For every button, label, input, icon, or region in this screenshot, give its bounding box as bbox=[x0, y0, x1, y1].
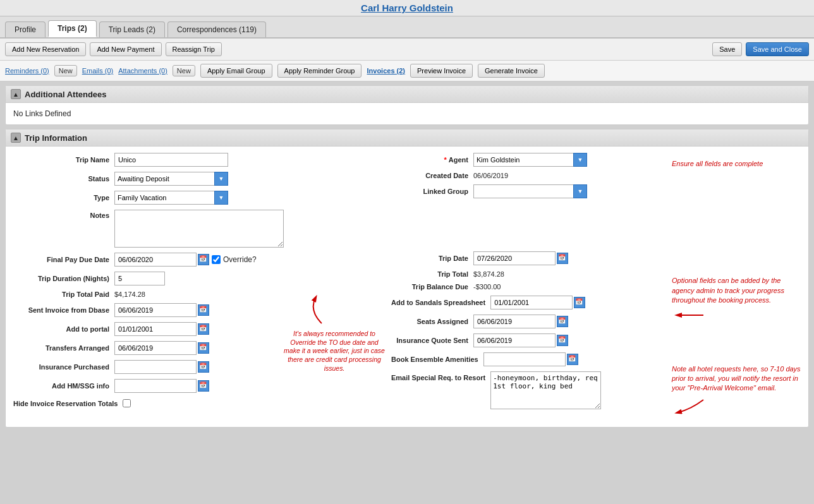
sent-invoice-input[interactable] bbox=[114, 303, 197, 317]
agent-select[interactable]: Kim Goldstein bbox=[473, 153, 587, 167]
trip-duration-label: Trip Duration (Nights) bbox=[13, 275, 114, 282]
final-pay-input[interactable] bbox=[114, 253, 197, 267]
trip-date-input[interactable] bbox=[473, 251, 556, 265]
final-pay-row: Final Pay Due Date Override? bbox=[13, 253, 284, 267]
header-bar: Carl Harry Goldstein bbox=[0, 0, 814, 16]
hide-invoice-checkbox[interactable] bbox=[123, 399, 131, 407]
additional-attendees-section: ▲ Additional Attendees No Links Defined bbox=[5, 85, 809, 125]
tabs-bar: Profile Trips (2) Trip Leads (2) Corresp… bbox=[0, 16, 814, 39]
add-portal-row: Add to portal bbox=[13, 322, 284, 336]
book-ensemble-label: Book Ensemble Amenities bbox=[391, 356, 483, 363]
toolbar-right: Save Save and Close bbox=[712, 42, 809, 56]
apply-email-group-button[interactable]: Apply Email Group bbox=[200, 64, 272, 78]
insurance-sent-input[interactable] bbox=[473, 333, 556, 347]
add-portal-calendar-icon[interactable] bbox=[198, 323, 209, 335]
tab-profile[interactable]: Profile bbox=[5, 21, 46, 37]
sent-invoice-calendar-icon[interactable] bbox=[198, 304, 209, 316]
insurance-purchased-label: Insurance Purchased bbox=[13, 363, 114, 371]
save-close-button[interactable]: Save and Close bbox=[746, 42, 809, 56]
optional-arrow bbox=[672, 306, 710, 325]
linked-group-select-wrapper bbox=[473, 184, 587, 198]
book-ensemble-row: Book Ensemble Amenities bbox=[391, 352, 662, 366]
add-payment-button[interactable]: Add New Payment bbox=[90, 42, 161, 56]
client-name[interactable]: Carl Harry Goldstein bbox=[361, 3, 453, 16]
add-reservation-button[interactable]: Add New Reservation bbox=[5, 42, 86, 56]
type-select[interactable]: Family Vacation bbox=[114, 191, 228, 205]
trip-total-paid-row: Trip Total Paid $4,174.28 bbox=[13, 291, 284, 298]
status-select[interactable]: Awaiting Deposit bbox=[114, 172, 228, 186]
add-hm-input[interactable] bbox=[114, 379, 197, 393]
additional-attendees-title: Additional Attendees bbox=[25, 90, 107, 99]
seats-assigned-calendar-icon[interactable] bbox=[557, 316, 568, 327]
insurance-sent-label: Insurance Quote Sent bbox=[391, 337, 473, 344]
trip-duration-row: Trip Duration (Nights) bbox=[13, 272, 284, 285]
status-label: Status bbox=[13, 175, 114, 183]
hotel-requests-annotation-container: Note all hotel requests here, so 7-10 da… bbox=[672, 364, 801, 421]
invoices-link[interactable]: Invoices (2) bbox=[367, 67, 405, 75]
trip-name-label: Trip Name bbox=[13, 156, 114, 164]
additional-attendees-header: ▲ Additional Attendees bbox=[6, 86, 808, 103]
trip-total-paid-value: $4,174.28 bbox=[114, 291, 145, 298]
notes-textarea[interactable] bbox=[114, 210, 284, 248]
linked-group-select[interactable] bbox=[473, 184, 587, 198]
attachments-new[interactable]: New bbox=[173, 65, 195, 76]
notes-label: Notes bbox=[13, 210, 114, 219]
final-pay-calendar-icon[interactable] bbox=[198, 254, 209, 265]
trip-information-title: Trip Information bbox=[25, 133, 87, 143]
main-wrapper: Carl Harry Goldstein Profile Trips (2) T… bbox=[0, 0, 814, 504]
seats-assigned-row: Seats Assigned bbox=[391, 315, 662, 328]
insurance-sent-calendar-icon[interactable] bbox=[557, 335, 568, 346]
reminders-new[interactable]: New bbox=[54, 65, 77, 76]
agent-select-wrapper: Kim Goldstein bbox=[473, 153, 587, 167]
seats-assigned-label: Seats Assigned bbox=[391, 318, 473, 325]
trip-date-row: Trip Date bbox=[391, 251, 662, 265]
generate-invoice-button[interactable]: Generate Invoice bbox=[478, 64, 545, 78]
override-checkbox[interactable] bbox=[212, 255, 221, 264]
collapse-attendees-icon[interactable]: ▲ bbox=[11, 89, 21, 99]
reminders-link[interactable]: Reminders (0) bbox=[5, 67, 49, 75]
add-portal-input[interactable] bbox=[114, 322, 197, 336]
trip-name-row: Trip Name bbox=[13, 153, 284, 167]
add-sandals-label: Add to Sandals Spreadsheet bbox=[391, 298, 490, 307]
hotel-arrow bbox=[672, 393, 710, 419]
right-annotations: Ensure all fields are complete Optional … bbox=[662, 153, 801, 421]
save-button[interactable]: Save bbox=[712, 42, 742, 56]
trip-name-input[interactable] bbox=[114, 153, 228, 167]
hide-invoice-row: Hide Invoice Reservation Totals bbox=[13, 398, 284, 408]
seats-assigned-input[interactable] bbox=[473, 315, 556, 328]
add-sandals-calendar-icon[interactable] bbox=[574, 297, 585, 308]
trip-information-body: Trip Name Status Awaiting Deposit bbox=[6, 147, 808, 427]
trip-duration-input[interactable] bbox=[114, 272, 165, 285]
book-ensemble-input[interactable] bbox=[483, 352, 566, 366]
override-label: Override? bbox=[223, 255, 257, 264]
tab-correspondences[interactable]: Correspondences (119) bbox=[167, 21, 266, 37]
transfers-calendar-icon[interactable] bbox=[198, 342, 209, 354]
attachments-link[interactable]: Attachments (0) bbox=[118, 67, 167, 75]
preview-invoice-button[interactable]: Preview Invoice bbox=[410, 64, 473, 78]
insurance-purchased-calendar-icon[interactable] bbox=[198, 361, 209, 373]
optional-fields-annotation-container: Optional fields can be added by the agen… bbox=[672, 276, 801, 326]
reassign-trip-button[interactable]: Reassign Trip bbox=[166, 42, 222, 56]
optional-fields-annotation: Optional fields can be added by the agen… bbox=[672, 276, 801, 305]
add-hm-calendar-icon[interactable] bbox=[198, 380, 209, 392]
created-date-row: Created Date 06/06/2019 bbox=[391, 172, 662, 179]
book-ensemble-calendar-icon[interactable] bbox=[567, 354, 578, 365]
tab-trips[interactable]: Trips (2) bbox=[48, 20, 97, 37]
trip-information-section: ▲ Trip Information Trip Name Status bbox=[5, 129, 809, 428]
insurance-purchased-input[interactable] bbox=[114, 360, 197, 374]
add-sandals-row: Add to Sandals Spreadsheet bbox=[391, 296, 662, 309]
email-special-textarea[interactable]: -honeymoon, birthday, req 1st floor, kin… bbox=[490, 371, 601, 409]
emails-link[interactable]: Emails (0) bbox=[82, 67, 114, 75]
trip-date-calendar-icon[interactable] bbox=[557, 253, 568, 264]
apply-reminder-group-button[interactable]: Apply Reminder Group bbox=[277, 64, 362, 78]
tab-trip-leads[interactable]: Trip Leads (2) bbox=[99, 21, 165, 37]
created-date-value: 06/06/2019 bbox=[473, 172, 508, 179]
collapse-trip-icon[interactable]: ▲ bbox=[11, 133, 21, 143]
add-hm-label: Add HM/SSG info bbox=[13, 382, 114, 390]
override-annotation-container: It's always recommended to Override the … bbox=[284, 153, 391, 421]
trip-information-header: ▲ Trip Information bbox=[6, 129, 808, 147]
add-hm-row: Add HM/SSG info bbox=[13, 379, 284, 393]
transfers-input[interactable] bbox=[114, 341, 197, 355]
no-links-label: No Links Defined bbox=[13, 109, 71, 118]
add-sandals-input[interactable] bbox=[490, 296, 573, 309]
